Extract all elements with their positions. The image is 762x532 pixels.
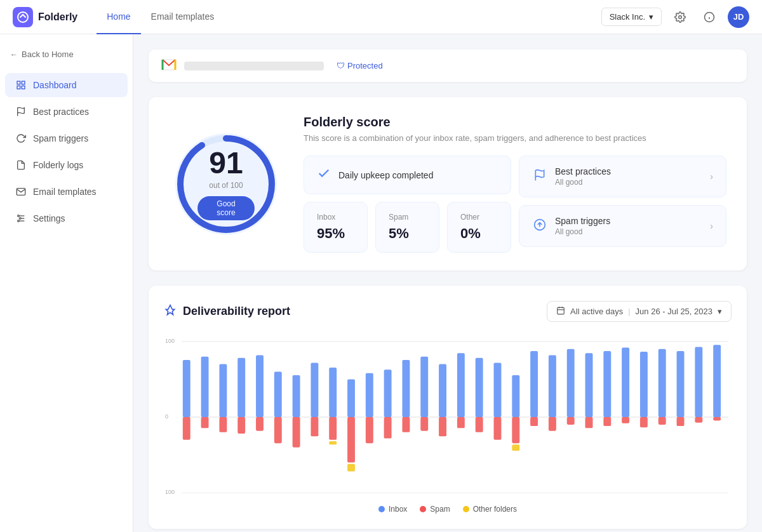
inbox-label: Inbox — [317, 213, 354, 222]
svg-rect-22 — [558, 307, 565, 314]
svg-rect-61 — [420, 417, 428, 431]
chart-legend: Inbox Spam Other folders — [164, 505, 732, 514]
org-name: Slack Inc. — [610, 12, 645, 22]
svg-text:Jul 25: Jul 25 — [711, 498, 723, 500]
sidebar-item-spam-triggers[interactable]: Spam triggers — [5, 126, 128, 150]
svg-rect-47 — [311, 417, 318, 436]
best-practices-sub: All good — [555, 178, 702, 187]
score-title: Folderly score — [304, 115, 726, 130]
svg-rect-90 — [677, 417, 685, 426]
svg-rect-54 — [366, 373, 373, 417]
svg-text:Jul 12: Jul 12 — [473, 498, 485, 500]
file-icon — [15, 159, 27, 171]
svg-rect-85 — [640, 352, 648, 417]
svg-text:Jul 16: Jul 16 — [547, 498, 559, 500]
svg-rect-50 — [329, 441, 337, 444]
svg-rect-48 — [329, 368, 337, 417]
svg-text:Jul 15: Jul 15 — [528, 498, 540, 500]
svg-rect-92 — [695, 417, 702, 423]
svg-rect-65 — [457, 417, 465, 428]
svg-rect-51 — [347, 379, 355, 417]
svg-text:100: 100 — [165, 489, 175, 495]
other-value: 0% — [460, 225, 498, 242]
svg-text:Jul 3: Jul 3 — [310, 498, 319, 500]
svg-rect-44 — [293, 375, 300, 417]
email-address-blurred — [184, 62, 324, 70]
svg-rect-49 — [329, 417, 337, 440]
svg-text:Jul 11: Jul 11 — [455, 498, 467, 500]
chart-area: 100 0 100 — [164, 335, 732, 500]
svg-text:Jun 29: Jun 29 — [235, 498, 248, 500]
inbox-dot — [378, 506, 385, 512]
svg-rect-42 — [274, 372, 282, 418]
sidebar-item-email-templates[interactable]: Email templates — [5, 180, 128, 204]
sidebar-item-folderly-logs[interactable]: Folderly logs — [5, 153, 128, 177]
svg-rect-71 — [512, 417, 519, 443]
back-to-home-link[interactable]: ← Back to Home — [0, 44, 133, 64]
svg-rect-41 — [256, 417, 264, 431]
inbox-value: 95% — [317, 225, 354, 242]
svg-rect-76 — [549, 417, 556, 431]
report-filter-button[interactable]: All active days | Jun 26 - Jul 25, 2023 … — [547, 301, 732, 322]
sidebar-item-best-practices[interactable]: Best practices — [5, 100, 128, 124]
sidebar-best-practices-label: Best practices — [33, 107, 89, 117]
svg-rect-88 — [658, 417, 666, 425]
org-selector[interactable]: Slack Inc. ▾ — [601, 8, 662, 26]
nav-home[interactable]: Home — [97, 0, 140, 34]
mail-icon — [15, 186, 27, 197]
svg-rect-63 — [439, 417, 446, 436]
svg-rect-38 — [237, 358, 245, 417]
score-circle: 91 out of 100 Good score — [169, 127, 283, 241]
user-avatar[interactable]: JD — [728, 6, 749, 28]
legend-inbox: Inbox — [378, 505, 407, 514]
svg-rect-58 — [402, 360, 410, 417]
svg-rect-81 — [603, 351, 611, 417]
settings-icon-button[interactable] — [669, 6, 691, 28]
sidebar-settings-label: Settings — [33, 213, 65, 223]
svg-rect-94 — [713, 417, 721, 420]
svg-text:Jul 20: Jul 20 — [620, 498, 632, 500]
rocket-icon — [164, 304, 177, 319]
score-details: Folderly score This score is a combinati… — [304, 115, 726, 253]
svg-rect-53 — [347, 464, 355, 472]
svg-rect-93 — [713, 345, 721, 417]
sidebar-spam-triggers-label: Spam triggers — [33, 133, 88, 143]
svg-rect-60 — [420, 357, 428, 417]
best-practices-text: Best practices All good — [555, 166, 702, 187]
spam-triggers-card[interactable]: Spam triggers All good › — [519, 205, 726, 247]
info-icon-button[interactable] — [698, 6, 720, 28]
score-inner: 91 out of 100 Good score — [197, 148, 255, 220]
svg-rect-84 — [622, 417, 629, 423]
svg-text:Jun 27: Jun 27 — [198, 498, 211, 500]
refresh-icon — [15, 133, 27, 144]
svg-rect-83 — [622, 348, 629, 417]
nav-email-templates[interactable]: Email templates — [141, 0, 225, 34]
nav-links: Home Email templates — [97, 0, 224, 34]
score-cards-grid: Daily upkeep completed Inbox 95% Spam — [304, 156, 726, 253]
sidebar-dashboard-label: Dashboard — [33, 80, 77, 90]
svg-rect-6 — [22, 81, 25, 84]
svg-text:100: 100 — [165, 338, 175, 344]
back-arrow-icon: ← — [10, 50, 18, 59]
svg-rect-8 — [22, 86, 25, 89]
good-score-button[interactable]: Good score — [197, 196, 255, 220]
sidebar-item-dashboard[interactable]: Dashboard — [5, 73, 128, 97]
other-label: Other — [460, 213, 498, 222]
stats-row: Inbox 95% Spam 5% Other 0% — [304, 202, 511, 253]
svg-rect-46 — [311, 362, 318, 417]
chevron-right-icon-2: › — [710, 221, 713, 231]
svg-text:Jul 19: Jul 19 — [601, 498, 613, 500]
svg-rect-70 — [512, 375, 519, 417]
flag-icon — [15, 106, 27, 117]
daily-upkeep-card: Daily upkeep completed — [304, 156, 511, 194]
best-practices-card[interactable]: Best practices All good › — [519, 156, 726, 197]
svg-rect-74 — [530, 417, 538, 426]
svg-text:Jun 26: Jun 26 — [180, 498, 193, 500]
svg-text:Jul 21: Jul 21 — [638, 498, 650, 500]
score-number: 91 — [197, 148, 255, 178]
sidebar-item-settings[interactable]: Settings — [5, 206, 128, 230]
svg-rect-33 — [183, 417, 190, 440]
svg-rect-79 — [585, 353, 593, 417]
svg-rect-36 — [219, 364, 227, 417]
svg-rect-78 — [567, 417, 575, 425]
